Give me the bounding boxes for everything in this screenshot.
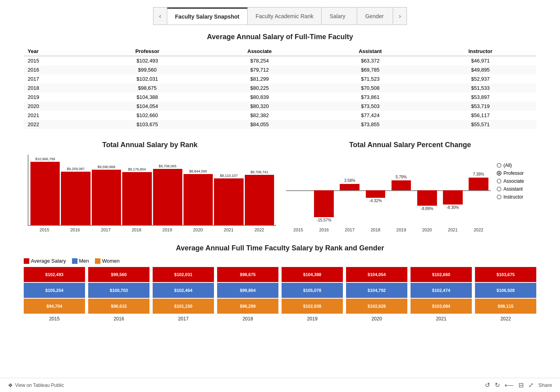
table-row: 2016 $99,560 $79,712 $69,785 $49,895 [24,65,536,74]
pct-bar-group: 7.38% [466,155,491,226]
col-assistant: Assistant [316,47,425,56]
col-professor: Professor [91,47,203,56]
tab-next-button[interactable]: › [393,8,406,25]
bottom-chart-title: Average Annual Full Time Faculty Salary … [24,244,536,252]
table-row: 2021 $102,660 $82,382 $77,424 $56,117 [24,111,536,120]
col-associate: Associate [203,47,316,56]
table-row: 2019 $104,388 $80,839 $73,861 $53,897 [24,93,536,102]
avg-salary-color [24,258,29,264]
year-group: $103,675$106,928$98,1152022 [475,267,536,322]
table-title: Average Annual Salary of Full-Time Facul… [24,33,536,41]
table-row: 2017 $102,031 $81,299 $71,523 $52,937 [24,74,536,83]
redo-icon[interactable]: ↻ [495,381,500,389]
year-group: $102,493$105,254$94,7042015 [24,267,85,322]
legend-all[interactable]: (All) [497,163,536,168]
year-group: $98,675$99,864$96,2992018 [217,267,278,322]
bar-group: $8,708,741 [245,170,274,225]
salary-table-section: Average Annual Salary of Full-Time Facul… [24,33,536,129]
bottom-chart-section: Average Annual Full Time Faculty Salary … [24,244,536,322]
table-row: 2018 $98,675 $80,225 $70,508 $51,533 [24,83,536,93]
legend-men: Men [72,258,89,264]
men-color [72,258,78,264]
pct-bar-group: -4.32% [363,155,388,226]
bar-group: $9,176,804 [122,167,151,225]
year-group: $102,031$102,464$101,1502017 [153,267,214,322]
share-icon[interactable]: ⤢ [528,381,534,389]
total-salary-chart: Total Annual Salary by Rank $10,966,799$… [24,141,276,232]
tab-faculty-salary-snapshot[interactable]: Faculty Salary Snapshot [167,8,248,25]
bar-group: $10,966,799 [30,157,60,225]
bar-group: $9,590,868 [92,165,121,225]
bar-group: $9,708,065 [153,164,182,225]
tab-prev-button[interactable]: ‹ [153,8,167,25]
tab-gender[interactable]: Gender [357,8,393,25]
bar-group: $8,110,107 [214,174,243,225]
undo-icon[interactable]: ↺ [485,381,490,389]
total-salary-chart-title: Total Annual Salary by Rank [24,141,276,149]
legend-professor[interactable]: Professor [497,170,536,176]
table-row: 2015 $102,493 $78,254 $63,372 $46,971 [24,56,536,66]
col-instructor: Instructor [425,47,536,56]
pct-chart-legend: (All) Professor Associate Assistant [493,155,536,232]
tab-faculty-academic-rank[interactable]: Faculty Academic Rank [248,8,322,25]
tab-salary[interactable]: Salary [322,8,357,25]
back-icon[interactable]: ⟵ [505,381,514,389]
pct-bar-group: -8.89% [415,155,439,226]
bar-group: $8,844,565 [184,169,213,225]
legend-women: Women [95,258,120,264]
pct-bar-group: -8.30% [441,155,465,226]
year-group: $104,054$104,792$102,6282020 [346,267,407,322]
salary-table: Year Professor Associate Assistant Instr… [24,47,536,129]
bar-group: $9,259,087 [61,167,90,225]
pct-bar-group: 3.58% [337,155,362,226]
pct-change-chart-title: Total Annual Salary Percent Change [284,141,536,149]
year-group: $104,388$105,078$102,9382019 [282,267,343,322]
legend-associate[interactable]: Associate [497,178,536,184]
legend-instructor[interactable]: Instructor [497,194,536,200]
table-row: 2022 $103,675 $84,055 $73,855 $55,571 [24,120,536,129]
legend-assistant[interactable]: Assistant [497,186,536,192]
bottom-toolbar: ❖ View on Tableau Public ↺ ↻ ⟵ ⊟ ⤢ Share [0,378,560,392]
col-year: Year [24,47,91,56]
year-group: $99,560$100,703$96,6152016 [88,267,149,322]
pct-change-chart: Total Annual Salary Percent Change -15.5… [284,141,536,232]
settings-icon[interactable]: ⊟ [518,381,524,389]
legend-avg-salary: Average Salary [24,258,66,264]
women-color [95,258,100,264]
year-group: $102,660$102,474$103,0842021 [411,267,472,322]
share-label[interactable]: Share [538,382,552,388]
table-row: 2020 $104,054 $80,320 $73,503 $53,719 [24,102,536,111]
pct-bar-group: -15.57% [312,155,336,226]
tableau-link[interactable]: ❖ View on Tableau Public [8,382,64,388]
tableau-icon: ❖ [8,382,13,388]
pct-bar-group: 5.79% [389,155,414,226]
